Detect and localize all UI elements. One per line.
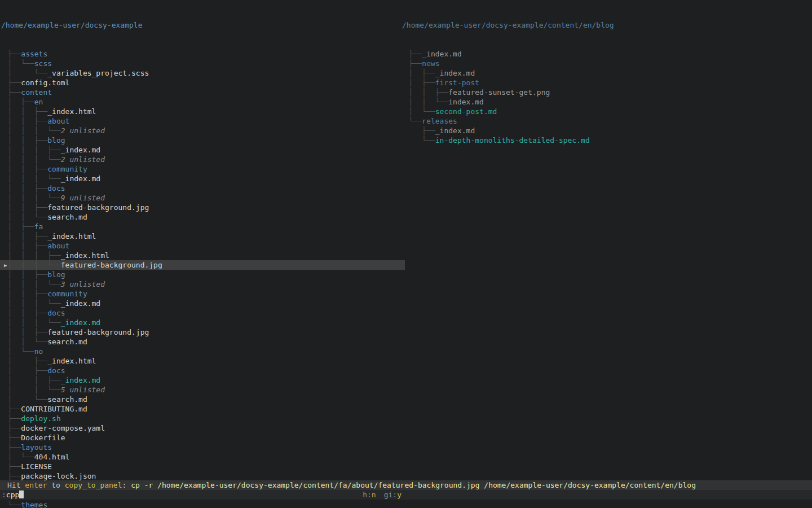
tree-row[interactable]: │ └──search.md (0, 395, 405, 404)
tree-branch-lines: │ │ ├── (3, 328, 47, 336)
right-tree: ├──_index.md ├──news │ ├──_index.md │ ├─… (401, 49, 812, 145)
tree-row[interactable]: │ │ └──5 unlisted (0, 385, 405, 395)
tree-row[interactable]: │ │ ├──docs (0, 183, 405, 193)
tree-row[interactable]: │ │ │ └──2 unlisted (0, 126, 405, 135)
tree-branch-lines: │ │ ├── (3, 376, 61, 384)
tree-row[interactable]: ├──layouts (0, 443, 405, 452)
directory-name: content (21, 88, 52, 97)
unlisted-count: 2 unlisted (61, 155, 105, 164)
hidden-flag-value[interactable]: n (372, 491, 376, 499)
file-name: _index.md (435, 126, 475, 135)
directory-name: about (47, 242, 69, 250)
mode-flags: h:ngi:y (0, 490, 401, 500)
tree-row[interactable]: │ │ ├──docs (0, 308, 405, 318)
tree-row[interactable]: ├──deploy.sh (0, 414, 405, 423)
tree-row[interactable]: │ │ └──search.md (0, 337, 405, 347)
tree-branch-lines: │ │ │ ├── (3, 146, 61, 154)
tree-row[interactable]: │ └──_variables_project.scss (0, 68, 405, 78)
tree-row[interactable]: │ │ ├──community (0, 164, 405, 174)
tree-row[interactable]: │ └──no (0, 347, 405, 356)
tree-branch-lines: │ │ ├── (3, 270, 47, 279)
selection-arrow-icon: ▶ (4, 261, 7, 270)
tree-row[interactable]: ├──_index.md (401, 126, 812, 135)
tree-row[interactable]: ├──docker-compose.yaml (0, 423, 405, 433)
tree-branch-lines: │ │ ├── (3, 117, 47, 125)
tree-branch-lines: ├── (3, 462, 21, 471)
tree-row[interactable]: └──releases (401, 116, 812, 126)
tree-row[interactable]: │ │ ├──about (0, 116, 405, 126)
file-name: _index.html (61, 251, 109, 260)
command-input-line[interactable]: :cpp h:ngi:y (0, 490, 812, 500)
file-name: _variables_project.scss (47, 69, 149, 77)
directory-name: docs (47, 184, 65, 192)
tree-row[interactable]: ├──package-lock.json (0, 471, 405, 481)
tree-row[interactable]: │ │ ├──community (0, 289, 405, 299)
tree-row[interactable]: ├──assets (0, 49, 405, 59)
tree-row[interactable]: │ │ ├──about (0, 241, 405, 251)
status-hit-text: Hit (7, 481, 25, 489)
tree-row[interactable]: │ └──scss (0, 59, 405, 68)
tree-branch-lines: │ │ └── (3, 213, 47, 221)
tree-row[interactable]: │ │ ├──blog (0, 135, 405, 145)
tree-row[interactable]: ├──news (401, 59, 812, 68)
directory-name: blog (47, 136, 65, 144)
tree-row[interactable]: │ ├──_index.md (401, 68, 812, 78)
tree-row[interactable]: ├──LICENSE (0, 462, 405, 471)
tree-row[interactable]: │ ├──en (0, 97, 405, 107)
tree-row[interactable]: │ │ │ └──2 unlisted (0, 155, 405, 164)
tree-row[interactable]: │ │ ├──_index.html (0, 231, 405, 241)
directory-name: releases (422, 117, 457, 125)
tree-row[interactable]: │ │ │ ├──_index.html (0, 251, 405, 260)
tree-branch-lines: │ └── (404, 107, 435, 116)
tree-row[interactable]: │ │ ├──blog (0, 270, 405, 279)
file-name: _index.md (61, 318, 100, 327)
tree-row[interactable]: │ └──second-post.md (401, 107, 812, 116)
tree-row[interactable]: │ │ ├──featured-background.jpg (0, 203, 405, 212)
directory-name: docs (47, 309, 65, 317)
tree-row[interactable]: │ │ ├──_index.md (0, 375, 405, 385)
tree-branch-lines: ├── (3, 433, 21, 442)
tree-branch-lines: │ │ │ └── (3, 155, 61, 164)
file-name: featured-sunset-get.png (448, 88, 550, 97)
tree-row[interactable]: ├──content (0, 87, 405, 97)
tree-branch-lines: │ │ │ └── (3, 126, 61, 135)
directory-name: community (47, 290, 87, 298)
tree-row[interactable]: │ │ │ └──3 unlisted (0, 279, 405, 289)
tree-branch-lines: │ │ ├── (3, 165, 47, 173)
tree-row[interactable]: │ │ │ └──9 unlisted (0, 193, 405, 203)
tree-branch-lines: │ │ │ └── (3, 194, 61, 202)
git-flag-value[interactable]: y (397, 491, 401, 499)
tree-row[interactable]: │ ├──fa (0, 222, 405, 231)
tree-row[interactable]: └──themes (0, 500, 405, 508)
tree-row[interactable]: │ │ └──index.md (401, 97, 812, 107)
file-name: search.md (47, 395, 87, 404)
directory-name: scss (34, 59, 52, 68)
tree-row[interactable]: │ ├──_index.html (0, 356, 405, 366)
tree-row[interactable]: │ │ ├──_index.html (0, 107, 405, 116)
tree-row[interactable]: │ │ │ └──_index.md (0, 174, 405, 183)
tree-row[interactable]: │ │ ├──featured-sunset-get.png (401, 87, 812, 97)
tree-row[interactable]: │ │ │ └──_index.md (0, 318, 405, 327)
status-enter-key: enter (25, 481, 47, 489)
tree-row[interactable]: ├──CONTRIBUTING.md (0, 404, 405, 414)
tree-row-selected[interactable]: ▶ │ │ │ └──featured-background.jpg (0, 260, 405, 270)
tree-branch-lines: ├── (3, 88, 21, 97)
tree-branch-lines: │ │ └── (3, 338, 47, 346)
tree-branch-lines: │ ├── (3, 366, 47, 375)
tree-row[interactable]: │ ├──first-post (401, 78, 812, 87)
tree-row[interactable]: │ │ ├──featured-background.jpg (0, 327, 405, 337)
tree-row[interactable]: │ │ │ └──_index.md (0, 299, 405, 308)
tree-row[interactable]: │ └──404.html (0, 452, 405, 462)
directory-name: docs (47, 366, 65, 375)
tree-branch-lines: │ │ │ └── (3, 261, 61, 269)
tree-branch-lines: │ │ ├── (3, 184, 47, 192)
tree-branch-lines: │ │ │ └── (3, 299, 61, 308)
file-name: featured-background.jpg (61, 261, 162, 269)
tree-row[interactable]: ├──Dockerfile (0, 433, 405, 443)
tree-row[interactable]: │ │ └──search.md (0, 212, 405, 222)
tree-row[interactable]: │ ├──docs (0, 366, 405, 375)
tree-row[interactable]: ├──config.toml (0, 78, 405, 87)
tree-row[interactable]: ├──_index.md (401, 49, 812, 59)
tree-row[interactable]: └──in-depth-monoliths-detailed-spec.md (401, 135, 812, 145)
tree-row[interactable]: │ │ │ ├──_index.md (0, 145, 405, 155)
